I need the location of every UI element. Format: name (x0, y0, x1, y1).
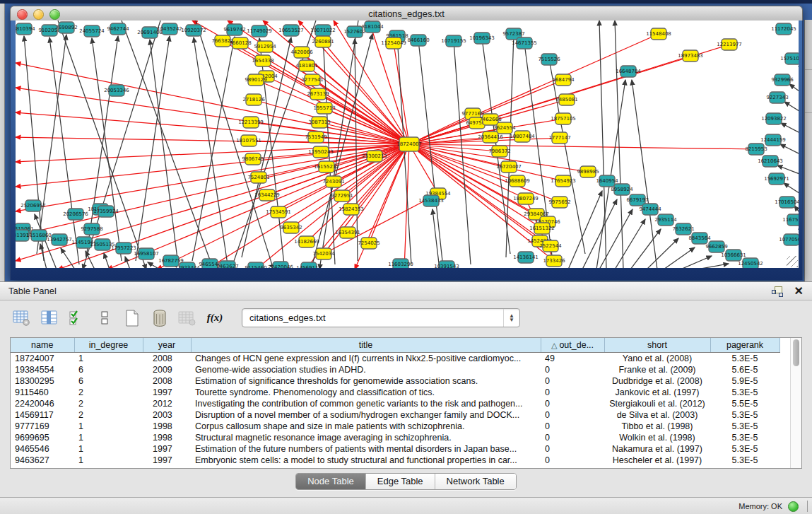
table-cell[interactable]: 5.3E-5 (710, 387, 779, 398)
memory-status-indicator[interactable] (788, 501, 799, 512)
table-cell[interactable]: 9777169 (11, 421, 74, 432)
table-cell[interactable]: 5.3E-5 (710, 409, 779, 421)
table-cell[interactable]: 5.3E-5 (710, 443, 779, 455)
column-header-year[interactable]: year (143, 338, 191, 353)
table-cell[interactable]: 6 (74, 375, 143, 387)
table-cell[interactable]: 2008 (143, 375, 191, 387)
column-header-title[interactable]: title (191, 338, 541, 353)
table-cell[interactable]: Yano et al. (2008) (604, 353, 710, 365)
table-cell[interactable]: de Silva et al. (2003) (604, 409, 710, 421)
table-cell[interactable]: 5.3E-5 (710, 421, 779, 432)
float-panel-icon[interactable] (772, 286, 783, 296)
table-row[interactable]: 1456911722003Disruption of a novel membe… (11, 409, 779, 421)
table-cell[interactable]: Changes of HCN gene expression and I(f) … (191, 353, 541, 365)
table-cell[interactable]: Dudbridge et al. (2008) (604, 375, 710, 387)
table-cell[interactable]: 2003 (143, 409, 191, 421)
table-cell[interactable]: 2012 (143, 398, 191, 409)
select-visible-columns-icon[interactable] (68, 309, 86, 327)
table-cell[interactable]: 6 (74, 364, 143, 375)
tab-edge-table[interactable]: Edge Table (366, 474, 435, 489)
table-cell[interactable]: Hescheler et al. (1997) (604, 455, 710, 466)
table-cell[interactable]: 0 (541, 398, 604, 409)
table-cell[interactable]: 5.6E-5 (710, 364, 779, 375)
table-cell[interactable]: 1 (74, 455, 143, 466)
window-titlebar[interactable]: citations_edges.txt (10, 6, 803, 22)
network-canvas[interactable]: 1872400725300213193845548810394910205876… (16, 21, 799, 268)
table-cell[interactable]: Estimation of significance thresholds fo… (191, 375, 541, 387)
table-row[interactable]: 977716911998Corpus callosum shape and si… (11, 421, 779, 432)
table-row[interactable]: 946362711997Embryonic stem cells: a mode… (11, 455, 779, 466)
table-cell[interactable]: 1997 (143, 387, 191, 398)
tab-node-table[interactable]: Node Table (296, 474, 366, 489)
column-header-name[interactable]: name (11, 338, 74, 353)
column-header-short[interactable]: short (604, 338, 710, 353)
table-select-dropdown[interactable]: citations_edges.txt ▲▼ (242, 308, 520, 327)
tab-network-table[interactable]: Network Table (435, 474, 516, 489)
table-cell[interactable]: 0 (541, 432, 604, 443)
table-cell[interactable]: Embryonic stem cells: a model to study s… (191, 455, 541, 466)
table-cell[interactable]: 9465546 (11, 443, 74, 455)
table-vertical-scrollbar[interactable] (790, 338, 801, 468)
table-row[interactable]: 946554611997Estimation of the future num… (11, 443, 779, 455)
table-cell[interactable]: Structural magnetic resonance image aver… (191, 432, 541, 443)
table-settings-icon[interactable] (13, 309, 31, 327)
table-cell[interactable]: 22420046 (11, 398, 74, 409)
table-cell[interactable]: 14569117 (11, 409, 74, 421)
table-cell[interactable]: Disruption of a novel member of a sodium… (191, 409, 541, 421)
table-cell[interactable]: Franke et al. (2009) (604, 364, 710, 375)
function-builder-icon[interactable]: f(x) (206, 309, 224, 327)
table-cell[interactable]: 49 (541, 353, 604, 365)
table-cell[interactable]: Corpus callosum shape and size in male p… (191, 421, 541, 432)
table-cell[interactable]: Wolkin et al. (1998) (604, 432, 710, 443)
table-row[interactable]: 1830029562008Estimation of significance … (11, 375, 779, 387)
table-cell[interactable]: Nakamura et al. (1997) (604, 443, 710, 455)
table-cell[interactable]: 1998 (143, 421, 191, 432)
table-cell[interactable]: Stergiakouli et al. (2012) (604, 398, 710, 409)
table-cell[interactable]: 5.3E-5 (710, 432, 779, 443)
delete-table-icon[interactable] (151, 309, 169, 327)
row-height-icon[interactable] (95, 309, 114, 327)
table-cell[interactable]: 5.3E-5 (710, 353, 779, 365)
table-cell[interactable]: 1 (74, 443, 143, 455)
table-cell[interactable]: 9463627 (11, 455, 74, 466)
table-cell[interactable]: 18300295 (11, 375, 74, 387)
table-row[interactable]: 1872400712008Changes of HCN gene express… (11, 353, 779, 365)
table-cell[interactable]: Estimation of the future numbers of pati… (191, 443, 541, 455)
table-cell[interactable]: 1997 (143, 443, 191, 455)
scrollbar-thumb[interactable] (793, 339, 799, 366)
table-cell[interactable]: 0 (541, 409, 604, 421)
table-cell[interactable]: 2008 (143, 353, 191, 365)
column-header-out_de[interactable]: △out_de... (541, 338, 604, 353)
table-cell[interactable]: Tourette syndrome. Phenomenology and cla… (191, 387, 541, 398)
table-cell[interactable]: 2 (74, 387, 143, 398)
create-new-table-icon[interactable] (123, 309, 141, 327)
table-cell[interactable]: 1 (74, 421, 143, 432)
table-cell[interactable]: 5.3E-5 (710, 455, 779, 466)
table-cell[interactable]: Jankovic et al. (1997) (604, 387, 710, 398)
table-cell[interactable]: Tibbo et al. (1998) (604, 421, 710, 432)
table-cell[interactable]: Investigating the contribution of common… (191, 398, 541, 409)
table-cell[interactable]: 1998 (143, 432, 191, 443)
table-cell[interactable]: 9115460 (11, 387, 74, 398)
table-row[interactable]: 1938455462009Genome-wide association stu… (11, 364, 779, 375)
table-cell[interactable]: 1997 (143, 455, 191, 466)
table-cell[interactable]: 0 (541, 387, 604, 398)
table-cell[interactable]: 2 (74, 398, 143, 409)
table-cell[interactable]: 0 (541, 375, 604, 387)
window-resize-grip[interactable] (787, 256, 798, 267)
table-row[interactable]: 969969511998Structural magnetic resonanc… (11, 432, 779, 443)
table-row[interactable]: 911546021997Tourette syndrome. Phenomeno… (11, 387, 779, 398)
column-header-pagerank[interactable]: pagerank (710, 338, 779, 353)
table-cell[interactable]: 2009 (143, 364, 191, 375)
close-panel-icon[interactable]: ✕ (794, 286, 804, 296)
table-cell[interactable]: 18724007 (11, 353, 74, 365)
table-cell[interactable]: 9699695 (11, 432, 74, 443)
table-cell[interactable]: 0 (541, 421, 604, 432)
table-cell[interactable]: 5.9E-5 (710, 375, 779, 387)
show-hide-columns-icon[interactable] (40, 309, 59, 327)
table-cell[interactable]: 1 (74, 353, 143, 365)
table-cell[interactable]: 5.5E-5 (710, 398, 779, 409)
column-header-in_degree[interactable]: in_degree (74, 338, 143, 353)
table-row[interactable]: 2242004622012Investigating the contribut… (11, 398, 779, 409)
table-cell[interactable]: Genome-wide association studies in ADHD. (191, 364, 541, 375)
